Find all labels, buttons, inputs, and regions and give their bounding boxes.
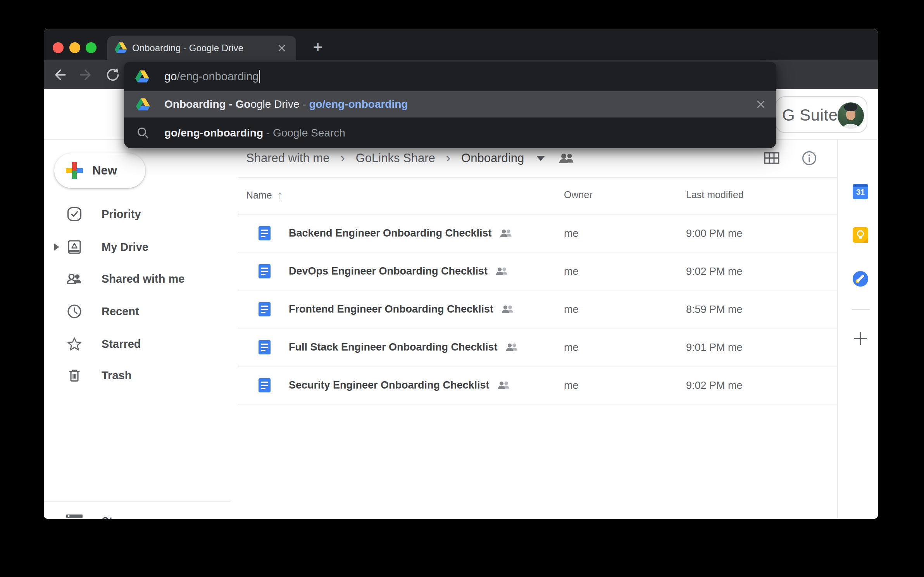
- file-owner: me: [564, 380, 579, 392]
- breadcrumb-separator-icon: ›: [340, 150, 345, 167]
- google-docs-file-icon: [259, 226, 271, 240]
- omnibox[interactable]: go/eng-onboarding: [124, 62, 776, 91]
- shared-indicator-icon: [497, 380, 510, 390]
- table-body: Backend Engineer Onboarding Checklist me…: [238, 214, 837, 404]
- google-docs-file-icon: [259, 302, 271, 316]
- browser-tab[interactable]: Onboarding - Google Drive: [107, 36, 296, 60]
- right-side-panel: 31: [837, 140, 878, 519]
- clock-icon: [66, 303, 83, 320]
- sidebar-divider: [44, 501, 231, 502]
- sidebar-item-priority[interactable]: Priority: [44, 198, 230, 230]
- sort-ascending-icon: ↑: [278, 189, 283, 201]
- file-name: Frontend Engineer Onboarding Checklist: [289, 303, 493, 315]
- expand-triangle-icon[interactable]: [54, 244, 59, 250]
- calendar-icon[interactable]: 31: [853, 184, 868, 199]
- file-last-modified: 8:59 PM me: [686, 304, 743, 316]
- tasks-icon[interactable]: [853, 271, 868, 287]
- table-row[interactable]: Backend Engineer Onboarding Checklist me…: [238, 214, 837, 252]
- tab-close-icon[interactable]: [276, 43, 287, 54]
- omnibox-input[interactable]: go/eng-onboarding: [164, 62, 260, 91]
- my-drive-icon: [66, 239, 83, 255]
- column-header-last-modified[interactable]: Last modified: [686, 189, 744, 200]
- suggestion-google-search[interactable]: go/eng-onboarding - Google Search: [124, 117, 776, 148]
- drive-favicon-icon: [136, 98, 150, 111]
- folder-menu-caret-icon[interactable]: [536, 156, 545, 161]
- macos-minimize-button[interactable]: [69, 42, 80, 53]
- table-row[interactable]: DevOps Engineer Onboarding Checklist me …: [238, 252, 837, 290]
- search-icon: [136, 126, 150, 140]
- drive-favicon-icon: [135, 70, 149, 83]
- gsuite-label: G Suite: [782, 106, 838, 124]
- file-name: Security Engineer Onboarding Checklist: [289, 379, 490, 391]
- star-icon: [66, 336, 83, 352]
- shared-indicator-icon: [500, 228, 513, 238]
- table-row[interactable]: Security Engineer Onboarding Checklist m…: [238, 366, 837, 404]
- file-owner: me: [564, 266, 579, 278]
- macos-close-button[interactable]: [53, 42, 64, 53]
- new-button[interactable]: New: [54, 153, 145, 188]
- google-docs-file-icon: [259, 378, 271, 392]
- trash-icon: [66, 367, 83, 384]
- forward-icon[interactable]: [78, 67, 94, 83]
- sidebar-item-storage[interactable]: Storage: [102, 515, 143, 519]
- breadcrumb-golinks-share[interactable]: GoLinks Share: [356, 151, 435, 165]
- back-icon[interactable]: [52, 67, 67, 83]
- breadcrumb-shared-with-me[interactable]: Shared with me: [246, 151, 329, 165]
- breadcrumb-separator-icon: ›: [446, 150, 450, 167]
- google-docs-file-icon: [259, 264, 271, 278]
- file-owner: me: [564, 342, 579, 354]
- file-name: Backend Engineer Onboarding Checklist: [289, 227, 492, 239]
- macos-zoom-button[interactable]: [86, 42, 97, 53]
- account-avatar[interactable]: [838, 102, 864, 129]
- reload-icon[interactable]: [105, 67, 121, 83]
- suggestion-drive-result[interactable]: Onboarding - Google Drive - go/eng-onboa…: [124, 91, 776, 117]
- shared-indicator-icon: [501, 304, 514, 314]
- sidebar-item-my-drive[interactable]: My Drive: [44, 231, 230, 263]
- shared-indicator-icon: [495, 266, 509, 276]
- keep-icon[interactable]: [853, 227, 868, 243]
- file-name: Full Stack Engineer Onboarding Checklist: [289, 341, 498, 353]
- tab-title: Onboarding - Google Drive: [132, 36, 243, 60]
- tab-strip: Onboarding - Google Drive +: [44, 29, 878, 60]
- file-table: Name↑ Owner Last modified Backend Engine…: [238, 178, 837, 404]
- shared-people-icon: [66, 271, 83, 287]
- column-header-owner[interactable]: Owner: [564, 189, 593, 200]
- rail-divider: [852, 309, 870, 310]
- google-docs-file-icon: [259, 340, 271, 354]
- table-row[interactable]: Full Stack Engineer Onboarding Checklist…: [238, 328, 837, 366]
- storage-icon: [66, 513, 83, 519]
- table-header-row: Name↑ Owner Last modified: [238, 178, 837, 214]
- text-cursor: [259, 70, 260, 83]
- remove-suggestion-icon[interactable]: [754, 98, 767, 111]
- file-last-modified: 9:00 PM me: [686, 228, 743, 240]
- gsuite-account-pill[interactable]: G Suite: [775, 96, 867, 133]
- breadcrumb-onboarding[interactable]: Onboarding: [461, 151, 524, 165]
- priority-icon: [66, 206, 83, 222]
- drive-favicon-icon: [115, 42, 127, 53]
- file-name: DevOps Engineer Onboarding Checklist: [289, 265, 488, 277]
- column-header-name[interactable]: Name↑: [246, 189, 283, 201]
- table-row[interactable]: Frontend Engineer Onboarding Checklist m…: [238, 290, 837, 328]
- suggestion-text: go/eng-onboarding - Google Search: [164, 117, 345, 148]
- get-addons-plus-icon[interactable]: [853, 331, 868, 346]
- google-plus-icon: [66, 162, 83, 179]
- drive-sidebar: New Priority My Drive: [44, 140, 238, 519]
- folder-shared-icon: [558, 152, 575, 164]
- browser-window: Onboarding - Google Drive + Drive G: [44, 29, 878, 519]
- file-owner: me: [564, 228, 579, 240]
- sidebar-item-trash[interactable]: Trash: [44, 359, 230, 391]
- new-button-label: New: [92, 164, 117, 178]
- omnibox-dropdown: go/eng-onboarding Onboarding - Google Dr…: [124, 62, 776, 148]
- sidebar-item-recent[interactable]: Recent: [44, 295, 230, 327]
- file-owner: me: [564, 304, 579, 316]
- new-tab-button[interactable]: +: [306, 36, 330, 60]
- file-last-modified: 9:02 PM me: [686, 266, 743, 278]
- grid-view-icon[interactable]: [764, 150, 779, 166]
- sidebar-item-starred[interactable]: Starred: [44, 328, 230, 360]
- file-last-modified: 9:01 PM me: [686, 342, 743, 354]
- file-last-modified: 9:02 PM me: [686, 380, 743, 392]
- info-icon[interactable]: [802, 150, 817, 166]
- suggestion-text: Onboarding - Google Drive - go/eng-onboa…: [164, 91, 408, 117]
- shared-indicator-icon: [505, 342, 519, 352]
- sidebar-item-shared-with-me[interactable]: Shared with me: [44, 263, 230, 295]
